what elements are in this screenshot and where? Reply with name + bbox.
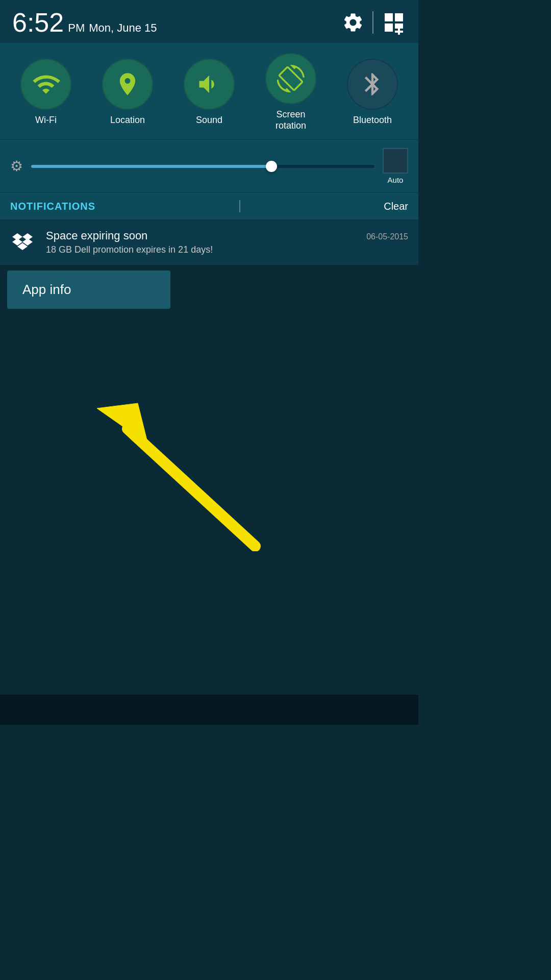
- sound-toggle-circle[interactable]: [184, 59, 235, 110]
- svg-rect-1: [395, 13, 403, 21]
- notification-title-row: Space expiring soon 06-05-2015: [46, 229, 408, 242]
- location-label: Location: [110, 115, 145, 126]
- annotation-arrow: [92, 388, 286, 551]
- bluetooth-toggle-circle[interactable]: [347, 59, 398, 110]
- sound-icon: [196, 71, 222, 97]
- settings-gear-icon[interactable]: [342, 11, 364, 34]
- location-toggle-circle[interactable]: [102, 59, 153, 110]
- bluetooth-label: Bluetooth: [353, 115, 392, 126]
- vertical-divider: [372, 11, 373, 34]
- notification-date: 06-05-2015: [366, 232, 408, 241]
- notification-card[interactable]: Space expiring soon 06-05-2015 18 GB Del…: [0, 220, 418, 265]
- brightness-fill: [31, 165, 271, 168]
- location-toggle[interactable]: Location: [92, 59, 163, 126]
- clear-notifications-button[interactable]: Clear: [384, 201, 408, 212]
- svg-rect-0: [385, 13, 393, 21]
- svg-rect-3: [395, 23, 403, 29]
- notifications-header: NOTIFICATIONS Clear: [0, 193, 418, 220]
- notification-body-text: 18 GB Dell promotion expires in 21 days!: [46, 244, 213, 255]
- wifi-icon: [32, 70, 60, 99]
- wifi-label: Wi-Fi: [35, 115, 57, 126]
- grid-icon[interactable]: [382, 10, 406, 35]
- dropbox-app-icon: [10, 229, 37, 256]
- svg-marker-12: [97, 403, 148, 444]
- brightness-row: ⚙ Auto: [0, 140, 418, 193]
- notification-text-content: Space expiring soon 06-05-2015 18 GB Del…: [46, 229, 408, 255]
- auto-brightness-checkbox[interactable]: [383, 148, 408, 174]
- location-icon: [114, 71, 141, 97]
- quick-toggles-bar: Wi-Fi Location Sound Screen rotation: [0, 43, 418, 140]
- notif-header-divider: [239, 200, 240, 212]
- time-section: 6:52 PM Mon, June 15: [12, 9, 157, 36]
- status-bar: 6:52 PM Mon, June 15: [0, 0, 418, 43]
- clock-ampm: PM: [68, 21, 85, 35]
- auto-brightness-label: Auto: [388, 176, 404, 184]
- sound-label: Sound: [196, 115, 222, 126]
- date-display: Mon, June 15: [89, 21, 157, 35]
- bluetooth-icon: [359, 71, 386, 97]
- svg-rect-2: [385, 23, 393, 32]
- screen-rotation-toggle-circle[interactable]: [265, 53, 316, 104]
- screen-rotation-toggle[interactable]: Screen rotation: [255, 53, 327, 131]
- arrow-svg: [92, 388, 286, 551]
- screen-rotation-label: Screen rotation: [276, 109, 306, 131]
- svg-line-11: [128, 429, 255, 546]
- wifi-toggle[interactable]: Wi-Fi: [10, 59, 82, 126]
- sound-toggle[interactable]: Sound: [173, 59, 245, 126]
- brightness-thumb[interactable]: [266, 161, 277, 172]
- screen-rotation-icon: [277, 65, 305, 92]
- status-icons: [342, 10, 406, 35]
- auto-brightness-box[interactable]: Auto: [383, 148, 408, 184]
- notifications-title: NOTIFICATIONS: [10, 201, 95, 212]
- bluetooth-toggle[interactable]: Bluetooth: [337, 59, 408, 126]
- app-info-button[interactable]: App info: [7, 271, 170, 309]
- notification-title-text: Space expiring soon: [46, 229, 147, 242]
- dropbox-icon-svg: [11, 230, 36, 255]
- brightness-gear-icon: ⚙: [10, 158, 23, 175]
- brightness-slider[interactable]: [31, 165, 374, 168]
- clock-time: 6:52: [12, 9, 64, 36]
- wifi-toggle-circle[interactable]: [20, 59, 71, 110]
- bottom-bar: [0, 694, 418, 725]
